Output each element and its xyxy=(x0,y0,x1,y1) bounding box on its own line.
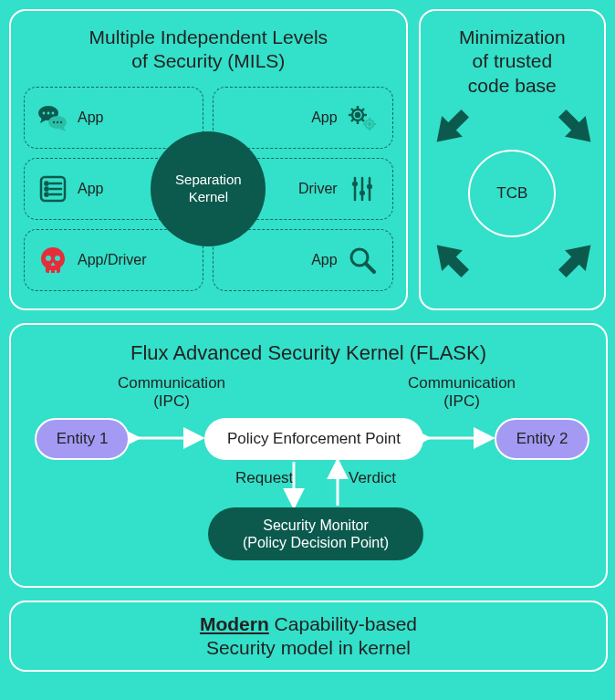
flask-entity1: Entity 1 xyxy=(35,418,130,460)
mils-title-line2: of Security (MILS) xyxy=(131,50,285,71)
svg-point-27 xyxy=(45,187,47,190)
separation-kernel-circle: Separation Kernel xyxy=(151,131,266,246)
svg-point-3 xyxy=(52,111,55,114)
svg-rect-35 xyxy=(360,191,365,195)
svg-point-37 xyxy=(46,256,51,261)
sep-kernel-line2: Kernel xyxy=(189,189,228,204)
flask-pep: Policy Enforcement Point xyxy=(204,418,423,460)
mils-cell-app-gears: App xyxy=(213,87,392,149)
list-icon xyxy=(37,173,68,204)
sep-kernel-line1: Separation xyxy=(175,172,242,187)
svg-point-5 xyxy=(53,120,55,122)
svg-point-6 xyxy=(57,120,58,122)
svg-point-38 xyxy=(55,256,60,261)
tcb-title-line1: Minimization xyxy=(459,26,566,47)
chat-icon xyxy=(37,102,68,133)
mils-title: Multiple Independent Levels of Security … xyxy=(24,26,393,74)
mils-grid: App App xyxy=(24,87,393,291)
tcb-title-line2: of trusted xyxy=(473,50,553,71)
flask-stage: Communication (IPC) Communication (IPC) … xyxy=(27,371,589,564)
mils-cell-label: App xyxy=(311,252,337,268)
svg-line-16 xyxy=(351,119,354,121)
tcb-circle: TCB xyxy=(468,150,556,237)
tcb-panel: Minimization of trusted code base xyxy=(419,9,606,310)
svg-rect-34 xyxy=(352,182,358,186)
svg-line-15 xyxy=(361,119,364,121)
mils-cell-label: App/Driver xyxy=(78,252,147,268)
gears-icon xyxy=(347,102,378,133)
svg-point-25 xyxy=(45,182,47,184)
tcb-title: Minimization of trusted code base xyxy=(428,26,597,98)
mils-cell-appdriver-skull: App/Driver xyxy=(24,229,203,291)
svg-point-1 xyxy=(43,111,46,114)
svg-point-9 xyxy=(356,113,360,117)
flask-panel: Flux Advanced Security Kernel (FLASK) Co… xyxy=(9,323,608,588)
flask-entity2: Entity 2 xyxy=(495,418,589,460)
mils-cell-label: App xyxy=(311,110,337,126)
svg-line-40 xyxy=(366,264,374,272)
capability-text: Modern Capability-based Security model i… xyxy=(200,612,417,661)
magnifier-icon xyxy=(347,245,378,276)
mils-cell-label: Driver xyxy=(298,181,338,197)
mils-cell-app-magnifier: App xyxy=(213,229,392,291)
svg-point-29 xyxy=(45,193,47,195)
mils-cell-label: App xyxy=(78,181,103,197)
mils-title-line1: Multiple Independent Levels xyxy=(89,26,328,47)
svg-line-17 xyxy=(361,109,364,111)
svg-point-2 xyxy=(47,111,50,114)
svg-rect-36 xyxy=(367,184,372,189)
flask-monitor: Security Monitor (Policy Decision Point) xyxy=(208,507,423,560)
sliders-icon xyxy=(347,173,378,204)
capability-panel: Modern Capability-based Security model i… xyxy=(9,601,608,672)
tcb-diagram: TCB xyxy=(428,103,597,284)
modern-word: Modern xyxy=(200,613,269,634)
mils-cell-label: App xyxy=(78,110,103,126)
tcb-label: TCB xyxy=(496,184,527,203)
flask-title: Flux Advanced Security Kernel (FLASK) xyxy=(27,341,589,365)
svg-point-7 xyxy=(60,120,62,122)
mils-panel: Multiple Independent Levels of Security … xyxy=(9,9,408,310)
skull-icon xyxy=(37,245,68,276)
svg-point-19 xyxy=(368,122,370,125)
svg-line-14 xyxy=(351,109,354,111)
tcb-title-line3: code base xyxy=(468,75,557,96)
